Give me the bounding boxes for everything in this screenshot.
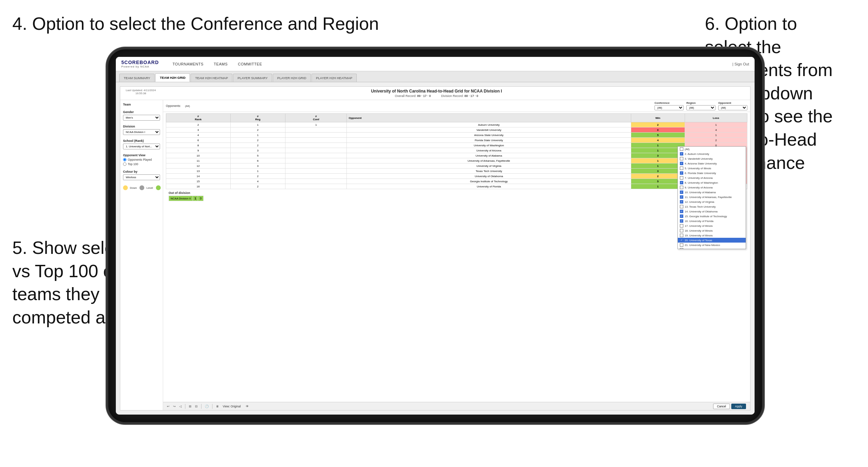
dropdown-item[interactable]: 18. University of Illinois bbox=[678, 228, 746, 233]
cell-conf bbox=[285, 148, 347, 153]
nav-tournaments[interactable]: TOURNAMENTS bbox=[173, 62, 204, 66]
dropdown-item[interactable]: 21. University of New Mexico bbox=[678, 243, 746, 247]
dropdown-checkbox: ✓ bbox=[680, 181, 683, 184]
cell-opponent: University of Washington bbox=[347, 143, 631, 148]
apply-button[interactable]: Apply bbox=[731, 404, 746, 409]
back-icon[interactable]: ◁ bbox=[178, 404, 183, 408]
gender-select[interactable]: Men's bbox=[123, 115, 160, 121]
tab-team-h2h-heatmap[interactable]: TEAM H2H HEATMAP bbox=[191, 74, 232, 82]
cell-conf bbox=[285, 184, 347, 189]
top-100-option[interactable]: Top 100 bbox=[123, 162, 160, 166]
cell-conf bbox=[285, 153, 347, 158]
dropdown-item[interactable]: 17. University of Illinois bbox=[678, 223, 746, 228]
dropdown-item[interactable]: ✓2. Auburn University bbox=[678, 151, 746, 156]
cancel-button[interactable]: Cancel bbox=[713, 404, 730, 409]
division-row: NCAA Division II 1 0 bbox=[169, 196, 204, 201]
table-row: 14 2 University of Oklahoma 2 2 bbox=[166, 174, 747, 179]
cell-opponent: University of Alabama bbox=[347, 153, 631, 158]
region-select[interactable]: (All) bbox=[686, 105, 716, 110]
dropdown-item[interactable]: ✓20. University of Texas bbox=[678, 238, 746, 243]
card-title: University of North Carolina Head-to-Hea… bbox=[156, 89, 717, 94]
clock-icon[interactable]: 🕐 bbox=[204, 404, 210, 408]
paste-icon[interactable]: ⊟ bbox=[194, 404, 199, 408]
cell-win: 1 bbox=[631, 163, 685, 169]
dropdown-item[interactable]: 22. University of Georgia bbox=[678, 247, 746, 249]
redo-icon[interactable]: ↪ bbox=[172, 404, 177, 408]
dropdown-item-label: 15. Georgia Institute of Technology bbox=[685, 215, 727, 218]
tab-player-h2h-heatmap[interactable]: PLAYER H2H HEATMAP bbox=[311, 74, 357, 82]
gender-label: Gender bbox=[123, 110, 160, 114]
cell-conf bbox=[285, 127, 347, 133]
legend-level-dot bbox=[139, 185, 144, 190]
dropdown-item[interactable]: 19. University of Illinois bbox=[678, 233, 746, 238]
dropdown-item[interactable]: 9. University of Arizona bbox=[678, 185, 746, 190]
cell-opponent: Texas Tech University bbox=[347, 169, 631, 174]
cell-rank: 9 bbox=[166, 148, 231, 153]
nav-teams[interactable]: TEAMS bbox=[214, 62, 228, 66]
sign-out[interactable]: | Sign Out bbox=[732, 62, 749, 66]
dropdown-item[interactable]: ✓16. University of Florida bbox=[678, 219, 746, 223]
col-opponent: Opponent bbox=[347, 114, 631, 122]
dropdown-item-label: 9. University of Arizona bbox=[685, 186, 713, 189]
top-100-radio[interactable] bbox=[123, 162, 126, 166]
dropdown-item[interactable]: ✓12. University of Virginia bbox=[678, 199, 746, 204]
toolbar-separator-2 bbox=[201, 404, 201, 409]
team-section: Team bbox=[123, 103, 160, 106]
dropdown-item[interactable]: ✓6. Florida State University bbox=[678, 171, 746, 175]
tab-team-summary[interactable]: TEAM SUMMARY bbox=[119, 74, 155, 82]
dropdown-checkbox: ✓ bbox=[680, 191, 683, 194]
cell-win: 2 bbox=[631, 122, 685, 127]
dropdown-item[interactable]: 7. University of Arizona bbox=[678, 175, 746, 180]
cell-win: 3 bbox=[631, 153, 685, 158]
nav-committee[interactable]: COMMITTEE bbox=[238, 62, 262, 66]
dropdown-item[interactable]: 13. Texas Tech University bbox=[678, 204, 746, 209]
opponent-dropdown[interactable]: (All)✓2. Auburn University3. Vanderbilt … bbox=[677, 146, 746, 249]
dropdown-item[interactable]: ✓14. University of Oklahoma bbox=[678, 209, 746, 214]
cell-conf bbox=[285, 169, 347, 174]
dropdown-item[interactable]: ✓11. University of Arkansas, Fayettevill… bbox=[678, 195, 746, 199]
dropdown-item[interactable]: 5. University of Illinois bbox=[678, 166, 746, 171]
col-reg: #Reg bbox=[230, 114, 285, 122]
dropdown-item[interactable]: ✓15. Georgia Institute of Technology bbox=[678, 214, 746, 219]
cell-rank: 10 bbox=[166, 153, 231, 158]
tab-player-h2h-grid[interactable]: PLAYER H2H GRID bbox=[273, 74, 311, 82]
opponent-select[interactable]: (All) bbox=[718, 105, 747, 110]
dropdown-item[interactable]: ✓10. University of Alabama bbox=[678, 190, 746, 195]
dropdown-item-label: (All) bbox=[685, 148, 689, 151]
division-name: NCAA Division II bbox=[169, 196, 193, 201]
undo-icon[interactable]: ↩ bbox=[166, 404, 171, 408]
cell-opponent: Georgia Institute of Technology bbox=[347, 179, 631, 184]
table-row: 10 5 University of Alabama 3 0 bbox=[166, 153, 747, 158]
dropdown-checkbox bbox=[680, 147, 683, 151]
view-label: View: Original bbox=[223, 405, 241, 408]
colour-by-select[interactable]: Win/loss bbox=[123, 174, 160, 180]
dropdown-item-label: 10. University of Alabama bbox=[685, 191, 716, 194]
copy-icon[interactable]: ⊞ bbox=[188, 404, 193, 408]
dropdown-item[interactable]: ✓8. University of Washington bbox=[678, 180, 746, 185]
region-filter: Region (All) bbox=[686, 101, 716, 110]
conference-select[interactable]: (All) bbox=[655, 105, 684, 110]
cell-rank: 11 bbox=[166, 158, 231, 163]
dropdown-item[interactable]: (All) bbox=[678, 147, 746, 151]
tab-team-h2h-grid[interactable]: TEAM H2H GRID bbox=[155, 73, 190, 82]
dropdown-checkbox: ✓ bbox=[680, 210, 683, 213]
opponents-played-radio[interactable] bbox=[123, 158, 126, 161]
dropdown-item-label: 21. University of New Mexico bbox=[685, 244, 720, 247]
cell-win: 5 bbox=[631, 133, 685, 138]
dropdown-item-label: 17. University of Illinois bbox=[685, 224, 713, 228]
colour-by-section: Colour by Win/loss bbox=[123, 170, 160, 180]
division-select[interactable]: NCAA Division I bbox=[123, 129, 160, 135]
dropdown-item-label: 16. University of Florida bbox=[685, 220, 713, 223]
dropdown-checkbox: ✓ bbox=[680, 219, 683, 223]
gender-section: Gender Men's bbox=[123, 110, 160, 121]
opponents-played-option[interactable]: Opponents Played bbox=[123, 158, 160, 161]
cell-conf bbox=[285, 179, 347, 184]
dropdown-item[interactable]: ✓4. Arizona State University bbox=[678, 161, 746, 166]
dropdown-item[interactable]: 3. Vanderbilt University bbox=[678, 156, 746, 161]
cell-loss: 1 bbox=[685, 122, 747, 127]
tab-player-summary[interactable]: PLAYER SUMMARY bbox=[233, 74, 272, 82]
table-area: #Rank #Reg #Conf Opponent Win Loss bbox=[163, 112, 750, 402]
card-body: Team Gender Men's Division NCAA Division… bbox=[120, 100, 750, 410]
school-select[interactable]: 1. University of Nort... bbox=[123, 144, 160, 149]
logo-main: 5COREBOARD bbox=[121, 60, 159, 65]
